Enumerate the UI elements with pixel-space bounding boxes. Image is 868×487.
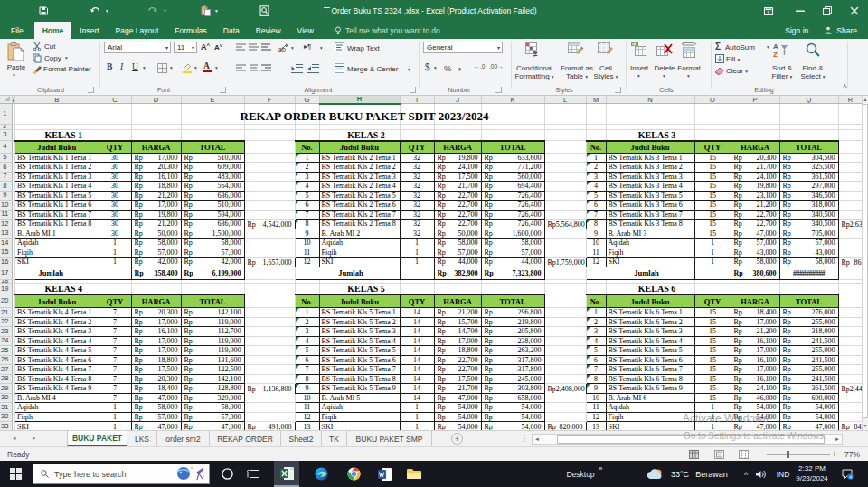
svg-text:≠: ≠ (533, 50, 538, 58)
svg-text:ab: ab (278, 46, 286, 52)
svg-text:A: A (773, 42, 778, 51)
svg-text:✦: ✦ (190, 465, 193, 471)
svg-text:Z: Z (773, 51, 778, 58)
